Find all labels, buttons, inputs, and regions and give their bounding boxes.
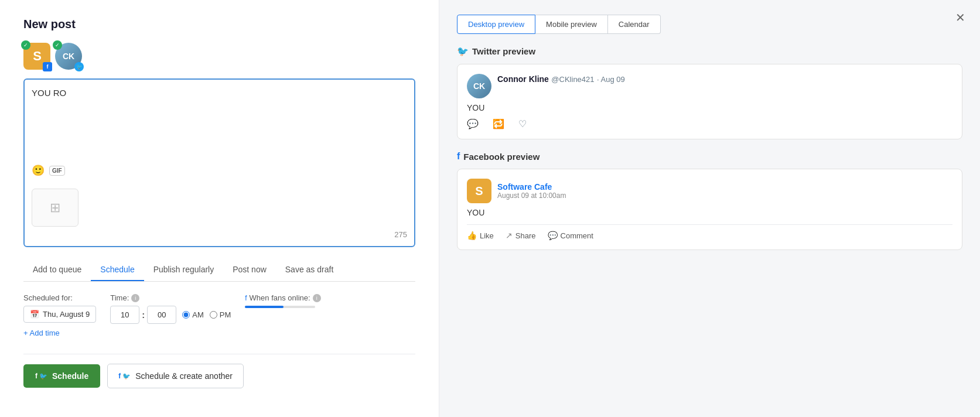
gif-button[interactable]: GIF <box>49 166 65 176</box>
twitter-preview-title: 🐦 Twitter preview <box>457 46 962 57</box>
hour-input[interactable] <box>110 306 139 324</box>
modal-title: New post <box>23 18 76 31</box>
fb-comment-action[interactable]: 💬 Comment <box>548 231 593 240</box>
tweet-date: · Aug 09 <box>597 75 625 84</box>
fb-share-action[interactable]: ↗ Share <box>506 231 536 240</box>
minute-input[interactable] <box>147 306 176 324</box>
tw-icon-schedule: 🐦 <box>39 372 47 380</box>
action-buttons: f 🐦 Schedule f 🐦 Schedule & create anoth… <box>23 364 415 388</box>
schedule-create-button[interactable]: f 🐦 Schedule & create another <box>107 364 244 388</box>
media-row: ⊞ <box>32 183 407 227</box>
tweet-avatar: CK <box>467 74 491 98</box>
am-radio[interactable] <box>182 311 190 319</box>
time-separator: : <box>142 310 145 320</box>
fb-share-label: Share <box>515 231 536 240</box>
tab-schedule[interactable]: Schedule <box>91 259 144 281</box>
comment-icon: 💬 <box>548 231 558 240</box>
tw-icon-create: 🐦 <box>122 372 131 380</box>
tab-add-to-queue[interactable]: Add to queue <box>23 259 91 281</box>
account-twitter[interactable]: ✓ CK 🐦 <box>55 43 82 70</box>
account-facebook[interactable]: ✓ S f <box>23 43 50 70</box>
fans-online-group: f When fans online: i <box>245 293 320 308</box>
fb-actions: 👍 Like ↗ Share 💬 Comment <box>467 224 952 240</box>
fb-icon-fans: f <box>245 294 247 302</box>
twitter-preview-section: 🐦 Twitter preview CK Connor Kline @CKlin… <box>457 46 962 139</box>
like-icon[interactable]: ♡ <box>518 118 527 129</box>
am-pm-group: AM PM <box>182 310 231 319</box>
image-upload-button[interactable]: ⊞ <box>32 189 78 227</box>
time-row: : AM PM <box>110 306 231 324</box>
fb-post-date: August 09 at 10:00am <box>497 192 566 200</box>
fb-page-avatar: S <box>467 179 491 203</box>
facebook-preview-section: f Facebook preview S Software Cafe Augus… <box>457 151 962 250</box>
tweet-actions: 💬 🔁 ♡ <box>467 118 952 129</box>
fb-like-action[interactable]: 👍 Like <box>467 231 494 240</box>
fb-post-content: YOU <box>467 208 952 217</box>
time-group: Time: i : AM PM <box>110 293 231 324</box>
account-icons-row: ✓ S f ✓ CK 🐦 <box>23 43 415 70</box>
preview-tabs: Desktop preview Mobile preview Calendar <box>457 15 962 34</box>
fb-network-badge: f <box>43 62 52 71</box>
tweet-content: YOU <box>467 103 952 112</box>
fb-page-meta: Software Cafe August 09 at 10:00am <box>497 182 566 200</box>
fb-icon-schedule: f <box>35 372 37 380</box>
fb-comment-label: Comment <box>561 231 593 240</box>
date-value: Thu, August 9 <box>43 310 90 319</box>
am-label[interactable]: AM <box>182 310 204 319</box>
fb-icon-create: f <box>118 372 121 380</box>
compose-textarea[interactable]: YOU RO <box>32 87 407 157</box>
twitter-logo-icon: 🐦 <box>457 46 469 57</box>
check-badge-fb: ✓ <box>21 40 30 50</box>
calendar-icon: 📅 <box>30 310 39 319</box>
fans-online-label: f When fans online: i <box>245 293 320 302</box>
add-time-button[interactable]: + Add time <box>23 324 60 342</box>
schedule-form-row: Scheduled for: 📅 Thu, August 9 Time: i : <box>23 293 415 324</box>
divider <box>23 354 415 354</box>
modal-right-panel: Desktop preview Mobile preview Calendar … <box>439 0 980 417</box>
scheduled-for-label: Scheduled for: <box>23 293 96 302</box>
tab-mobile-preview[interactable]: Mobile preview <box>535 15 608 34</box>
time-info-icon[interactable]: i <box>131 294 139 302</box>
tweet-handle: @CKline421 <box>551 75 594 84</box>
pm-radio[interactable] <box>210 311 217 319</box>
pm-label[interactable]: PM <box>210 310 231 319</box>
char-count: 275 <box>32 230 407 239</box>
share-icon: ↗ <box>506 231 513 240</box>
tweet-header: CK Connor Kline @CKline421 · Aug 09 <box>467 74 952 98</box>
tweet-name: Connor Kline <box>497 74 549 84</box>
modal-header: New post <box>23 18 415 31</box>
fb-post-header: S Software Cafe August 09 at 10:00am <box>467 179 952 203</box>
tab-desktop-preview[interactable]: Desktop preview <box>457 15 535 34</box>
check-badge-tw: ✓ <box>53 40 62 50</box>
tab-publish-regularly[interactable]: Publish regularly <box>144 259 224 281</box>
facebook-preview-card: S Software Cafe August 09 at 10:00am YOU… <box>457 169 962 250</box>
modal-left-panel: New post ✕ ✓ S f ✓ CK 🐦 <box>0 0 439 417</box>
time-label: Time: i <box>110 293 231 302</box>
compose-area: YOU RO 🙂 GIF ⊞ 275 <box>23 78 415 247</box>
tab-post-now[interactable]: Post now <box>223 259 276 281</box>
reply-icon[interactable]: 💬 <box>467 118 479 129</box>
tab-calendar[interactable]: Calendar <box>608 15 661 34</box>
schedule-btn-icons: f 🐦 <box>35 372 47 380</box>
fb-like-label: Like <box>480 231 494 240</box>
fans-online-slider[interactable] <box>245 306 315 308</box>
tweet-meta: Connor Kline @CKline421 · Aug 09 <box>497 74 952 84</box>
fans-info-icon[interactable]: i <box>313 294 321 302</box>
schedule-button[interactable]: f 🐦 Schedule <box>23 364 100 388</box>
scheduled-for-group: Scheduled for: 📅 Thu, August 9 <box>23 293 96 323</box>
post-type-tabs: Add to queue Schedule Publish regularly … <box>23 259 415 282</box>
retweet-icon[interactable]: 🔁 <box>493 118 504 129</box>
schedule-create-btn-label: Schedule & create another <box>135 371 233 381</box>
schedule-form: Scheduled for: 📅 Thu, August 9 Time: i : <box>23 293 415 342</box>
slider-fill <box>245 306 284 308</box>
tab-save-as-draft[interactable]: Save as draft <box>276 259 343 281</box>
add-image-icon: ⊞ <box>50 200 60 216</box>
date-picker[interactable]: 📅 Thu, August 9 <box>23 306 96 323</box>
schedule-btn-label: Schedule <box>52 371 88 381</box>
emoji-button[interactable]: 🙂 <box>32 164 45 177</box>
schedule-create-btn-icons: f 🐦 <box>118 372 131 380</box>
fb-page-name: Software Cafe <box>497 182 566 192</box>
tw-network-badge: 🐦 <box>74 62 84 71</box>
like-thumb-icon: 👍 <box>467 231 477 240</box>
twitter-preview-card: CK Connor Kline @CKline421 · Aug 09 YOU … <box>457 64 962 139</box>
